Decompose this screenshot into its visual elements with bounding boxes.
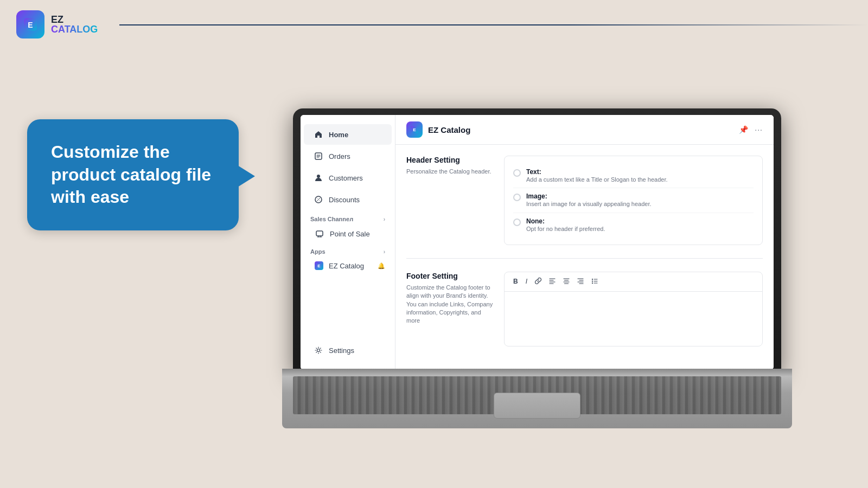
brand-catalog-label: CATALOG bbox=[51, 24, 98, 34]
settings-divider bbox=[406, 258, 763, 259]
app-header-icon: E bbox=[406, 121, 423, 138]
radio-image-option[interactable]: Image: Insert an image for a visually ap… bbox=[513, 188, 754, 212]
radio-image-content: Image: Insert an image for a visually ap… bbox=[526, 192, 652, 208]
orders-icon bbox=[314, 151, 323, 161]
app-header-title: EZ Catalog bbox=[428, 125, 739, 134]
footer-setting-card: B I bbox=[504, 272, 763, 346]
sidebar-item-settings[interactable]: Settings bbox=[304, 340, 392, 361]
radio-text-option[interactable]: Text: Add a custom text like a Title or … bbox=[513, 164, 754, 188]
svg-point-6 bbox=[317, 349, 320, 352]
laptop-screen-bezel: Home Orders bbox=[293, 108, 781, 374]
sales-channel-chevron: › bbox=[384, 216, 385, 222]
sidebar-item-home[interactable]: Home bbox=[304, 124, 392, 145]
sidebar: Home Orders bbox=[301, 115, 395, 370]
apps-chevron: › bbox=[384, 249, 385, 255]
header-setting-section: Header Setting Personalize the Catalog h… bbox=[406, 156, 763, 245]
radio-text-title: Text: bbox=[526, 168, 668, 176]
radio-text-desc: Add a custom text like a Title or Slogan… bbox=[526, 176, 668, 183]
app-header: E EZ Catalog bbox=[395, 115, 774, 145]
sales-channel-section: Sales Channeл › bbox=[301, 210, 395, 224]
brand-text: EZ CATALOG bbox=[51, 15, 98, 34]
sidebar-orders-label: Orders bbox=[329, 152, 350, 160]
brand-icon: E bbox=[16, 10, 44, 38]
content-area: Header Setting Personalize the Catalog h… bbox=[395, 145, 774, 370]
svg-rect-10 bbox=[592, 280, 593, 281]
align-left-button[interactable] bbox=[547, 277, 558, 287]
sales-channel-label: Sales Channeл bbox=[310, 216, 353, 222]
svg-rect-5 bbox=[316, 231, 323, 236]
header-setting-desc: Personalize the Catalog header. bbox=[406, 168, 493, 176]
sidebar-discounts-label: Discounts bbox=[329, 196, 360, 204]
footer-setting-section: Footer Setting Customize the Catalog foo… bbox=[406, 272, 763, 346]
sidebar-settings-label: Settings bbox=[329, 346, 354, 355]
sidebar-customers-label: Customers bbox=[329, 174, 363, 182]
align-right-button[interactable] bbox=[575, 277, 586, 287]
apps-label: Apps bbox=[310, 248, 326, 255]
bell-icon: 🔔 bbox=[378, 262, 385, 269]
footer-setting-title: Footer Setting bbox=[406, 272, 493, 280]
svg-rect-9 bbox=[592, 279, 593, 280]
brand-bar: E EZ CATALOG bbox=[0, 0, 868, 49]
header-setting-title: Header Setting bbox=[406, 156, 493, 164]
header-setting-label: Header Setting Personalize the Catalog h… bbox=[406, 156, 493, 176]
brand-logo: E EZ CATALOG bbox=[16, 10, 98, 38]
radio-none-title: None: bbox=[526, 217, 605, 225]
radio-image-desc: Insert an image for a visually appealing… bbox=[526, 200, 652, 208]
sidebar-item-orders[interactable]: Orders bbox=[304, 146, 392, 166]
radio-none-circle[interactable] bbox=[513, 219, 521, 226]
radio-image-circle[interactable] bbox=[513, 194, 521, 201]
footer-setting-label: Footer Setting Customize the Catalog foo… bbox=[406, 272, 493, 325]
align-center-button[interactable] bbox=[561, 277, 572, 287]
laptop-wrapper: Home Orders bbox=[206, 49, 868, 488]
pos-icon bbox=[315, 229, 324, 239]
radio-none-option[interactable]: None: Opt for no header if preferred. bbox=[513, 213, 754, 237]
laptop: Home Orders bbox=[293, 108, 781, 428]
sidebar-ezcatalog-label: EZ Catalog bbox=[329, 262, 364, 270]
discounts-icon bbox=[314, 195, 323, 204]
sidebar-item-ezcatalog[interactable]: E EZ Catalog 🔔 bbox=[301, 257, 395, 274]
radio-text-content: Text: Add a custom text like a Title or … bbox=[526, 168, 668, 183]
radio-image-title: Image: bbox=[526, 192, 652, 200]
sidebar-item-customers[interactable]: Customers bbox=[304, 168, 392, 188]
footer-editor[interactable] bbox=[505, 292, 762, 346]
more-options-icon[interactable]: ··· bbox=[755, 125, 763, 134]
radio-none-desc: Opt for no header if preferred. bbox=[526, 225, 605, 233]
brand-ez-label: EZ bbox=[51, 15, 98, 24]
sidebar-item-pos[interactable]: Point of Sale bbox=[301, 224, 395, 243]
brand-divider bbox=[119, 24, 868, 25]
list-button[interactable] bbox=[589, 277, 600, 287]
laptop-base bbox=[282, 369, 792, 428]
svg-text:E: E bbox=[413, 127, 416, 132]
sidebar-pos-label: Point of Sale bbox=[330, 230, 370, 238]
bold-button[interactable]: B bbox=[511, 277, 520, 286]
app-screen: Home Orders bbox=[301, 115, 774, 370]
radio-none-content: None: Opt for no header if preferred. bbox=[526, 217, 605, 233]
svg-rect-11 bbox=[592, 282, 593, 284]
footer-toolbar: B I bbox=[505, 272, 762, 292]
main-content: E EZ Catalog bbox=[395, 115, 774, 370]
customers-icon bbox=[314, 173, 323, 183]
link-button[interactable] bbox=[533, 277, 544, 287]
header-setting-card: Text: Add a custom text like a Title or … bbox=[504, 156, 763, 245]
radio-text-circle[interactable] bbox=[513, 169, 521, 177]
sidebar-home-label: Home bbox=[329, 131, 348, 139]
italic-button[interactable]: I bbox=[524, 277, 529, 286]
settings-icon bbox=[314, 345, 323, 355]
laptop-hinge bbox=[282, 369, 792, 376]
pin-icon[interactable]: 📌 bbox=[739, 125, 748, 134]
home-icon bbox=[314, 130, 323, 139]
sidebar-item-discounts[interactable]: Discounts bbox=[304, 189, 392, 210]
laptop-trackpad bbox=[494, 393, 580, 419]
laptop-screen: Home Orders bbox=[301, 115, 774, 370]
svg-point-3 bbox=[317, 175, 320, 178]
app-header-actions: 📌 ··· bbox=[739, 125, 763, 134]
svg-text:E: E bbox=[28, 21, 33, 29]
footer-setting-desc: Customize the Catalog footer to align wi… bbox=[406, 284, 493, 325]
apps-section: Apps › bbox=[301, 243, 395, 257]
ez-catalog-badge: E bbox=[315, 261, 323, 270]
